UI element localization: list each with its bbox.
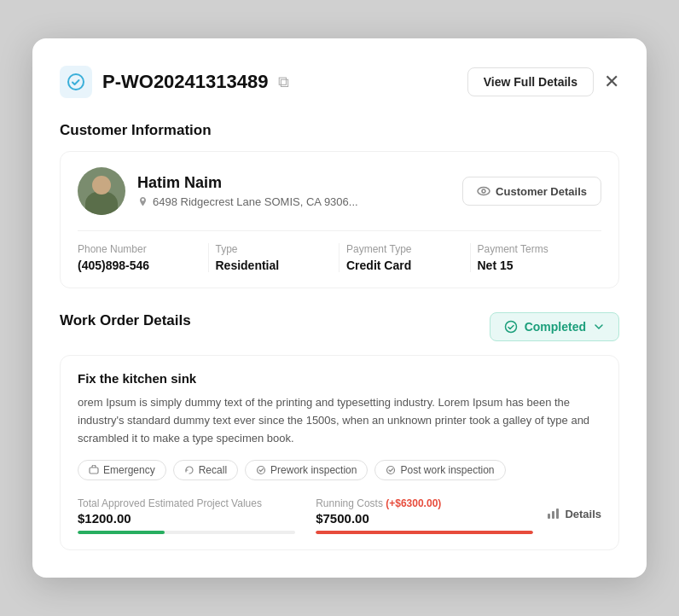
customer-section-title: Customer Information: [60, 122, 619, 139]
phone-value: (405)898-546: [78, 259, 201, 272]
payment-type-col: Payment Type Credit Card: [340, 243, 471, 272]
tag-postwork-label: Post work inspection: [400, 464, 494, 476]
prework-check-icon: [256, 465, 266, 475]
payment-type-value: Credit Card: [346, 259, 463, 272]
alarm-icon: [89, 465, 99, 475]
completed-check-icon: [504, 320, 518, 334]
svg-rect-7: [548, 514, 550, 519]
customer-info-left: Hatim Naim 6498 Ridgecrest Lane SOMIS, C…: [78, 167, 358, 215]
customer-name-block: Hatim Naim 6498 Ridgecrest Lane SOMIS, C…: [137, 174, 358, 208]
main-card: P-WO20241313489 ⧉ View Full Details ✕ Cu…: [32, 38, 647, 577]
phone-col: Phone Number (405)898-546: [78, 243, 209, 272]
svg-point-2: [482, 189, 485, 193]
customer-top: Hatim Naim 6498 Ridgecrest Lane SOMIS, C…: [78, 167, 601, 215]
svg-point-3: [505, 322, 516, 333]
details-button[interactable]: Details: [533, 507, 601, 520]
total-progress-bar: [78, 531, 295, 534]
customer-details-grid: Phone Number (405)898-546 Type Residenti…: [78, 230, 601, 272]
work-order-description: orem Ipsum is simply dummy text of the p…: [78, 394, 601, 447]
total-cost-label: Total Approved Estimated Project Values: [78, 497, 295, 509]
type-value: Residential: [216, 259, 333, 272]
work-order-section: Work Order Details Completed Fix the kit…: [60, 312, 619, 549]
postwork-check-icon: [386, 465, 396, 475]
costs-row: Total Approved Estimated Project Values …: [78, 497, 601, 534]
copy-icon[interactable]: ⧉: [278, 73, 289, 91]
svg-point-5: [258, 466, 265, 474]
running-cost-value: $7500.00: [316, 511, 533, 526]
svg-rect-4: [90, 468, 98, 474]
tag-postwork: Post work inspection: [374, 460, 505, 480]
tags-row: Emergency Recall Prework inspection: [78, 460, 601, 480]
tag-emergency-label: Emergency: [103, 464, 155, 476]
svg-rect-8: [552, 511, 554, 519]
tag-recall-label: Recall: [199, 464, 227, 476]
close-button[interactable]: ✕: [604, 71, 619, 93]
tag-prework: Prework inspection: [245, 460, 368, 480]
svg-point-0: [68, 74, 84, 90]
payment-type-label: Payment Type: [346, 243, 463, 255]
customer-card: Hatim Naim 6498 Ridgecrest Lane SOMIS, C…: [60, 151, 619, 288]
bar-chart-icon: [547, 507, 560, 520]
header-right: View Full Details ✕: [467, 67, 619, 96]
type-col: Type Residential: [209, 243, 340, 272]
svg-rect-9: [556, 508, 559, 519]
eye-icon: [477, 184, 490, 198]
total-cost-block: Total Approved Estimated Project Values …: [78, 497, 295, 534]
recall-icon: [184, 465, 194, 475]
customer-details-label: Customer Details: [496, 185, 587, 198]
avatar: [78, 167, 125, 215]
running-cost-label: Running Costs (+$6300.00): [316, 497, 533, 509]
total-progress-fill: [78, 531, 165, 534]
customer-name: Hatim Naim: [137, 174, 358, 192]
work-order-card: Fix the kitchen sink orem Ipsum is simpl…: [60, 355, 619, 549]
svg-point-6: [387, 466, 395, 474]
payment-terms-value: Net 15: [478, 259, 595, 272]
customer-address-text: 6498 Ridgecrest Lane SOMIS, CA 9306...: [153, 195, 358, 208]
running-progress-fill: [316, 531, 533, 534]
work-order-id: P-WO20241313489: [102, 71, 268, 93]
payment-terms-col: Payment Terms Net 15: [471, 243, 602, 272]
type-label: Type: [216, 243, 333, 255]
view-full-details-button[interactable]: View Full Details: [467, 67, 594, 96]
running-cost-block: Running Costs (+$6300.00) $7500.00: [295, 497, 533, 534]
phone-label: Phone Number: [78, 243, 201, 255]
payment-terms-label: Payment Terms: [478, 243, 595, 255]
running-progress-bar: [316, 531, 533, 534]
tag-prework-label: Prework inspection: [270, 464, 357, 476]
tag-emergency: Emergency: [78, 460, 166, 480]
details-label: Details: [565, 508, 601, 520]
card-header: P-WO20241313489 ⧉ View Full Details ✕: [60, 66, 619, 98]
customer-address: 6498 Ridgecrest Lane SOMIS, CA 9306...: [137, 195, 358, 208]
running-cost-delta: (+$6300.00): [386, 497, 441, 509]
work-order-title: Fix the kitchen sink: [78, 371, 601, 386]
completed-label: Completed: [525, 320, 586, 334]
chevron-down-icon: [593, 321, 605, 333]
total-cost-value: $1200.00: [78, 511, 295, 526]
svg-point-1: [478, 188, 490, 195]
work-order-header: Work Order Details Completed: [60, 312, 619, 341]
work-order-status-icon: [60, 66, 92, 98]
work-order-section-title: Work Order Details: [60, 312, 191, 329]
customer-section: Customer Information Hatim Naim 6498 Rid…: [60, 122, 619, 288]
location-icon: [137, 196, 148, 207]
completed-status-button[interactable]: Completed: [490, 312, 619, 341]
tag-recall: Recall: [173, 460, 238, 480]
header-left: P-WO20241313489 ⧉: [60, 66, 289, 98]
customer-details-button[interactable]: Customer Details: [462, 177, 601, 206]
